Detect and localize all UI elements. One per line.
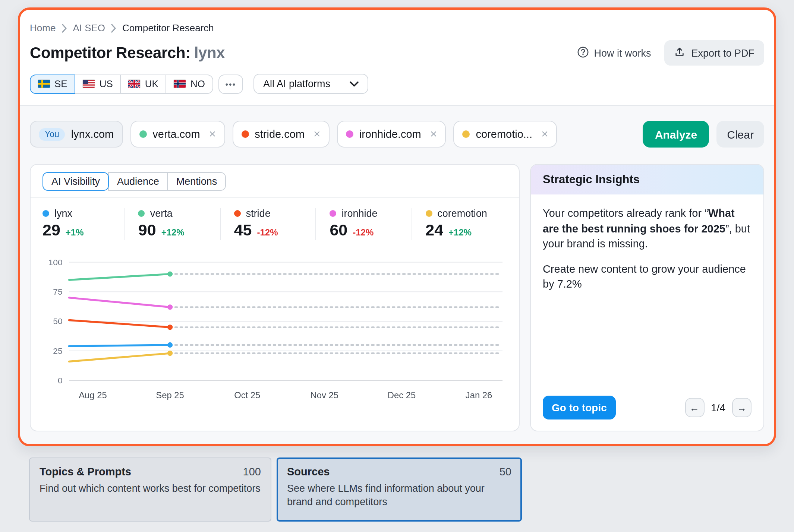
series-name: verta [150,208,173,219]
competitor-color-dot [139,130,146,138]
insights-pager: ← 1/4 → [685,398,752,417]
competitor-chips-row: You lynx.com verta.com × stride.com × ir… [30,121,764,148]
insights-paragraph-1: Your competitors already rank for “What … [543,206,752,251]
svg-text:Aug 25: Aug 25 [79,390,107,400]
country-tab-uk[interactable]: UK [120,74,167,94]
series-name: lynx [54,208,72,219]
export-pdf-button[interactable]: Export to PDF [664,40,764,66]
clear-button[interactable]: Clear [716,121,764,148]
tab-ai-visibility[interactable]: AI Visibility [42,172,109,191]
country-label: UK [145,78,158,89]
series-value: 45 [234,221,252,240]
remove-competitor-icon[interactable]: × [430,128,437,140]
question-circle-icon [577,46,589,60]
you-domain-label: lynx.com [71,128,114,140]
series-value: 60 [330,221,347,240]
series-color-dot [234,210,241,217]
series-color-dot [330,210,336,217]
svg-text:Sep 25: Sep 25 [156,390,184,400]
svg-text:Oct 25: Oct 25 [234,390,260,400]
page-title-query: lynx [194,44,225,61]
panel-header: Home AI SEO Competitor Research Competit… [20,10,774,105]
bottom-card-count: 50 [500,466,511,478]
insights-footer: Go to topic ← 1/4 → [531,385,763,431]
country-label: SE [54,78,67,89]
insights-body: Your competitors already rank for “What … [531,194,763,292]
breadcrumb: Home AI SEO Competitor Research [30,22,764,34]
country-tab-us[interactable]: US [75,74,121,94]
bottom-card-title: Topics & Prompts [40,466,131,478]
series-delta: +12% [161,227,185,238]
breadcrumb-ai-seo[interactable]: AI SEO [73,22,105,34]
svg-text:Jan 26: Jan 26 [466,390,492,400]
chevron-down-icon [350,78,359,89]
country-label: US [100,78,113,89]
competitor-domain-label: verta.com [152,128,200,140]
remove-competitor-icon[interactable]: × [209,128,216,140]
flag-us-icon [83,80,95,88]
competitor-color-dot [241,130,249,138]
chevron-right-icon [62,23,67,32]
pager-position: 1/4 [711,402,725,414]
you-domain-chip: You lynx.com [30,121,123,148]
breadcrumb-current: Competitor Research [122,22,214,34]
strategic-insights-card: Strategic Insights Your competitors alre… [530,164,764,431]
sources-card[interactable]: Sources 50 See where LLMs find informati… [277,457,522,522]
svg-text:25: 25 [53,346,62,356]
legend-item-coremotion[interactable]: coremotion 24 +12% [411,208,507,240]
legend-item-stride[interactable]: stride 45 -12% [220,208,316,240]
svg-text:100: 100 [48,257,63,267]
flag-uk-icon [129,80,141,88]
topics-prompts-card[interactable]: Topics & Prompts 100 Find out which cont… [29,457,271,522]
svg-text:Dec 25: Dec 25 [388,390,416,400]
series-delta: -12% [257,227,278,238]
flag-se-icon [38,80,50,88]
flag-no-icon [174,80,186,88]
next-arrow-button[interactable]: → [732,398,752,417]
competitor-domain-label: coremotio... [476,128,532,140]
page: Home AI SEO Competitor Research Competit… [0,0,794,532]
bottom-card-description: Find out which content works best for co… [40,482,261,495]
legend-item-lynx[interactable]: lynx 29 +1% [42,208,124,240]
series-delta: -12% [353,227,374,238]
insights-title: Strategic Insights [531,165,763,194]
bottom-card-title: Sources [287,466,330,478]
tab-audience[interactable]: Audience [108,172,168,191]
country-label: NO [190,78,205,89]
remove-competitor-icon[interactable]: × [313,128,321,140]
bottom-card-count: 100 [243,466,261,478]
you-badge: You [39,128,65,140]
analyze-button[interactable]: Analyze [643,121,709,148]
series-name: stride [246,208,271,219]
remove-competitor-icon[interactable]: × [541,128,548,140]
export-icon [674,46,685,60]
series-delta: +1% [66,227,84,238]
competitor-domain-label: stride.com [255,128,305,140]
go-to-topic-button[interactable]: Go to topic [543,396,616,419]
series-name: coremotion [437,208,487,219]
more-countries-button[interactable]: ••• [218,74,243,94]
visibility-card: AI Visibility Audience Mentions lynx [30,164,520,431]
series-value: 29 [42,221,60,240]
series-name: ironhide [341,208,377,219]
bottom-card-description: See where LLMs find information about yo… [287,482,511,509]
svg-text:0: 0 [58,376,63,385]
country-tabs: SE US UK NO [30,74,213,94]
page-title: Competitor Research:lynx [30,44,225,62]
breadcrumb-home[interactable]: Home [30,22,56,34]
competitor-chip: stride.com × [232,121,329,148]
visibility-chart: 0255075100Aug 25Sep 25Oct 25Nov 25Dec 25… [42,252,507,403]
competitor-chip: coremotio... × [453,121,557,148]
legend-item-ironhide[interactable]: ironhide 60 -12% [315,208,411,240]
svg-text:Nov 25: Nov 25 [311,390,338,400]
how-it-works-link[interactable]: How it works [577,46,651,60]
tab-mentions[interactable]: Mentions [167,172,226,191]
series-color-dot [42,210,49,217]
legend-item-verta[interactable]: verta 90 +12% [124,208,220,240]
country-tab-se[interactable]: SE [30,74,76,94]
series-value: 90 [138,221,156,240]
ai-platform-select[interactable]: All AI platforms [253,74,368,94]
country-tab-no[interactable]: NO [166,74,213,94]
prev-arrow-button[interactable]: ← [685,398,704,417]
chart-area: 0255075100Aug 25Sep 25Oct 25Nov 25Dec 25… [31,240,519,403]
